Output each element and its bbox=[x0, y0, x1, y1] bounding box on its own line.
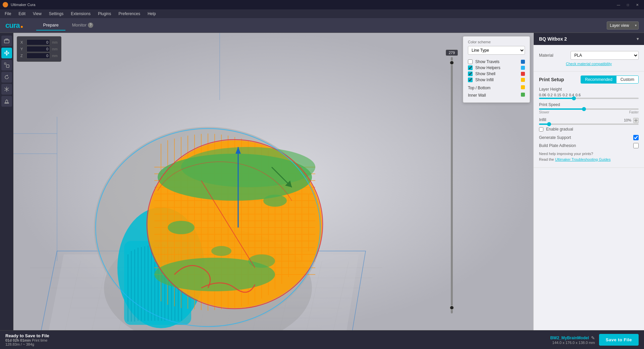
topbar: cura Prepare Monitor ? Layer view Solid … bbox=[0, 18, 644, 33]
svg-point-94 bbox=[211, 246, 231, 256]
svg-rect-38 bbox=[151, 245, 152, 321]
left-sidebar bbox=[0, 33, 13, 330]
filament-info: 128.83m / ~ 384g bbox=[5, 342, 49, 346]
svg-point-91 bbox=[181, 147, 315, 187]
help-link[interactable]: Ultimaker Troubleshooting Guides bbox=[555, 157, 611, 161]
layer-slider: 279 bbox=[446, 50, 458, 313]
color-scheme-select[interactable]: Line Type Layer Thickness Speed bbox=[468, 46, 525, 55]
rotate-button[interactable] bbox=[1, 72, 12, 83]
view-select[interactable]: Layer view Solid view X-Ray view Wirefra… bbox=[607, 21, 639, 30]
show-shell-checkbox[interactable] bbox=[468, 71, 473, 76]
layer-height-label: Layer Height bbox=[539, 87, 639, 92]
show-travels-checkbox[interactable] bbox=[468, 59, 473, 64]
infill-color-dot bbox=[521, 78, 525, 82]
compat-link[interactable]: Check material compatibility bbox=[539, 62, 639, 66]
scale-button[interactable] bbox=[1, 60, 12, 70]
layer-slider-bottom-handle[interactable] bbox=[449, 305, 454, 310]
minimize-button[interactable]: — bbox=[614, 1, 623, 8]
view-selector-wrapper: Layer view Solid view X-Ray view Wirefra… bbox=[607, 21, 639, 30]
material-label: Material bbox=[539, 53, 571, 58]
shell-color-dot bbox=[521, 72, 525, 76]
y-label: Y bbox=[20, 47, 24, 51]
y-input[interactable] bbox=[26, 46, 50, 52]
setup-tabs: Recommended Custom bbox=[581, 76, 639, 84]
titlebar: Ultimaker Cura — □ ✕ bbox=[0, 0, 644, 9]
tab-prepare[interactable]: Prepare bbox=[36, 20, 65, 31]
bottom-right: BW2_MyBrainModel ✎ 144.0 x 176.0 x 138.0… bbox=[550, 334, 639, 346]
model-name: BW2_MyBrainModel bbox=[550, 336, 589, 340]
material-select[interactable]: PLA ABS PETG TPU bbox=[571, 51, 639, 60]
print-speed-handle[interactable] bbox=[582, 107, 586, 111]
x-label: X bbox=[20, 40, 24, 44]
viewport[interactable]: X mm Y mm Z mm Color scheme bbox=[13, 33, 533, 330]
mirror-button[interactable] bbox=[1, 84, 12, 95]
svg-rect-34 bbox=[138, 248, 139, 321]
z-input[interactable] bbox=[26, 53, 50, 59]
svg-rect-31 bbox=[127, 254, 128, 321]
inner-wall-label: Inner Wall bbox=[468, 93, 486, 98]
window-controls: — □ ✕ bbox=[614, 1, 641, 8]
show-infill-checkbox[interactable] bbox=[468, 78, 473, 82]
svg-point-93 bbox=[263, 195, 287, 207]
menu-extensions[interactable]: Extensions bbox=[67, 11, 94, 17]
print-setup-section: Print Setup Recommended Custom Layer Hei… bbox=[534, 71, 644, 168]
layer-height-slider[interactable] bbox=[539, 98, 639, 99]
speed-faster-label: Faster bbox=[629, 110, 639, 114]
tab-custom[interactable]: Custom bbox=[616, 76, 638, 83]
menu-plugins[interactable]: Plugins bbox=[95, 11, 114, 17]
tab-monitor[interactable]: Monitor ? bbox=[65, 20, 100, 31]
show-helpers-label: Show Helpers bbox=[475, 65, 518, 70]
menu-preferences[interactable]: Preferences bbox=[115, 11, 144, 17]
enable-gradual-checkbox[interactable] bbox=[539, 127, 543, 132]
help-text-area: Need help improving your prints? Read th… bbox=[539, 151, 639, 162]
logo: cura bbox=[5, 21, 23, 30]
infill-pct: 10% bbox=[624, 118, 631, 122]
menu-edit[interactable]: Edit bbox=[15, 11, 29, 17]
print-setup-header: Print Setup Recommended Custom bbox=[539, 76, 639, 84]
move-button[interactable] bbox=[1, 48, 12, 58]
svg-point-92 bbox=[168, 221, 195, 234]
menu-file[interactable]: File bbox=[1, 11, 14, 17]
close-button[interactable]: ✕ bbox=[633, 1, 641, 8]
app: cura Prepare Monitor ? Layer view Solid … bbox=[0, 18, 644, 349]
printer-chevron[interactable]: ▾ bbox=[637, 37, 639, 41]
maximize-button[interactable]: □ bbox=[624, 1, 632, 8]
tab-area: Prepare Monitor ? bbox=[36, 20, 100, 31]
generate-support-checkbox[interactable] bbox=[633, 135, 639, 140]
print-speed-slider[interactable]: Slower Faster bbox=[539, 108, 639, 114]
infill-handle[interactable] bbox=[547, 122, 551, 126]
printer-header: BQ Witbox 2 ▾ bbox=[534, 33, 644, 45]
model-dims: 144.0 x 176.0 x 138.0 mm bbox=[550, 341, 595, 345]
svg-rect-33 bbox=[134, 249, 135, 321]
support-button[interactable] bbox=[1, 96, 12, 107]
x-unit: mm bbox=[52, 41, 58, 44]
infill-expand[interactable] bbox=[633, 118, 639, 123]
svg-point-95 bbox=[248, 254, 275, 268]
menu-help[interactable]: Help bbox=[144, 11, 159, 17]
save-to-file-button[interactable]: Save to File bbox=[599, 334, 639, 346]
layer-slider-top-handle[interactable] bbox=[449, 60, 454, 65]
color-scheme-panel: Color scheme Line Type Layer Thickness S… bbox=[463, 36, 530, 103]
open-file-button[interactable] bbox=[1, 36, 12, 46]
tab-recommended[interactable]: Recommended bbox=[581, 76, 616, 83]
monitor-help-icon: ? bbox=[88, 22, 93, 28]
svg-rect-1 bbox=[6, 65, 9, 67]
menu-view[interactable]: View bbox=[30, 11, 45, 17]
show-helpers-checkbox[interactable] bbox=[468, 65, 473, 70]
infill-slider[interactable] bbox=[539, 123, 639, 125]
menu-settings[interactable]: Settings bbox=[46, 11, 67, 17]
layer-height-setting: Layer Height 0.06 0.2 0.15 0.2 0.4 0.6 bbox=[539, 87, 639, 99]
build-plate-checkbox[interactable] bbox=[633, 143, 639, 148]
build-plate-label: Build Plate Adhesion bbox=[539, 143, 576, 148]
layer-height-handle[interactable] bbox=[572, 96, 576, 100]
layer-number: 279 bbox=[446, 50, 458, 56]
edit-model-icon[interactable]: ✎ bbox=[591, 335, 595, 341]
print-speed-setting: Print Speed Slower Faster bbox=[539, 102, 639, 114]
show-travels-label: Show Travels bbox=[475, 59, 518, 64]
layer-slider-track[interactable] bbox=[451, 57, 453, 313]
top-bottom-label: Top / Bottom bbox=[468, 86, 490, 90]
x-input[interactable] bbox=[26, 39, 50, 45]
app-title: Ultimaker Cura bbox=[11, 3, 614, 7]
print-speed-label: Print Speed bbox=[539, 102, 639, 107]
enable-gradual-row: Enable gradual bbox=[539, 127, 639, 132]
